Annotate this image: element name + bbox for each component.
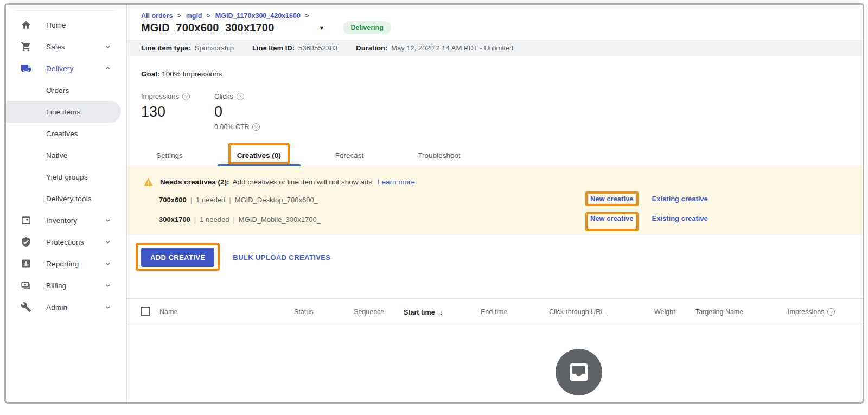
- sidebar-item-delivery[interactable]: Delivery: [6, 58, 126, 79]
- needs-creatives-banner: Needs creatives (2): Add creatives or li…: [127, 166, 863, 235]
- ctr-value: 0.00% CTR: [214, 123, 250, 131]
- new-creative-link[interactable]: New creative: [590, 214, 634, 222]
- sidebar-divider: [15, 10, 116, 11]
- page-title: MGID_700x600_300x1700: [141, 22, 275, 34]
- creative-size: 700x600: [159, 196, 187, 204]
- app-window: Home Sales Delivery Orders Line items: [4, 3, 864, 404]
- sidebar-item-protections[interactable]: Protections: [6, 231, 126, 253]
- tab-label: Settings: [156, 151, 183, 159]
- clicks-label: Clicks: [214, 92, 233, 100]
- tab-creatives[interactable]: Creatives (0): [237, 147, 281, 166]
- creatives-table: Name Status Sequence Start time↓ End tim…: [127, 298, 863, 402]
- breadcrumb-link-order[interactable]: mgid: [186, 12, 202, 20]
- line-item-meta-bar: Line item type:Sponsorship Line Item ID:…: [127, 40, 863, 56]
- clicks-value: 0: [214, 104, 288, 120]
- tab-troubleshoot[interactable]: Troubleshoot: [418, 147, 460, 166]
- select-all-checkbox[interactable]: [141, 307, 150, 316]
- sidebar-item-label: Orders: [46, 86, 69, 94]
- column-header-end-time[interactable]: End time: [481, 308, 507, 316]
- sidebar-item-sales[interactable]: Sales: [6, 36, 126, 58]
- sidebar-item-delivery-tools[interactable]: Delivery tools: [6, 188, 126, 209]
- column-header-targeting-name[interactable]: Targeting Name: [695, 308, 743, 316]
- sidebar-item-label: Billing: [46, 282, 66, 290]
- sidebar-item-yield-groups[interactable]: Yield groups: [6, 166, 126, 188]
- separator: |: [190, 196, 192, 204]
- sidebar-item-label: Reporting: [46, 260, 79, 268]
- separator: |: [194, 215, 196, 224]
- placeholder-name: MGID_Mobile_300x1700_: [239, 215, 321, 224]
- meta-value: 5368552303: [298, 44, 337, 52]
- tab-settings[interactable]: Settings: [156, 147, 183, 166]
- sidebar-item-inventory[interactable]: Inventory: [6, 209, 126, 231]
- tab-forecast[interactable]: Forecast: [335, 147, 364, 166]
- help-icon[interactable]: ?: [252, 123, 260, 131]
- chevron-down-icon: [104, 303, 112, 311]
- impressions-stat: Impressions? 130: [141, 92, 214, 131]
- sidebar-item-admin[interactable]: Admin: [6, 296, 126, 318]
- stats-row: Impressions? 130 Clicks? 0 0.00% CTR?: [141, 92, 863, 131]
- sort-descending-icon: ↓: [439, 308, 443, 316]
- sidebar-item-reporting[interactable]: Reporting: [6, 253, 126, 274]
- main-content: All orders > mgid > MGID_1170x300_420x16…: [127, 5, 863, 402]
- needed-count: 1 needed: [200, 215, 229, 224]
- placeholder-name: MGID_Desktop_700x600_: [235, 196, 318, 204]
- sidebar-item-label: Inventory: [46, 216, 77, 225]
- help-icon[interactable]: ?: [237, 93, 244, 100]
- breadcrumb-separator: >: [305, 12, 309, 20]
- sidebar-item-billing[interactable]: Billing: [6, 274, 126, 296]
- existing-creative-link[interactable]: Existing creative: [652, 214, 708, 222]
- separator: |: [229, 196, 231, 204]
- meta-label: Line Item ID:: [252, 44, 295, 52]
- chevron-down-icon: [104, 281, 112, 290]
- existing-creative-link[interactable]: Existing creative: [652, 195, 708, 203]
- banknote-icon: [20, 279, 32, 291]
- column-header-status[interactable]: Status: [294, 308, 313, 316]
- tab-bar: Settings Creatives (0) Forecast Troubles…: [156, 147, 863, 166]
- chevron-down-icon: [104, 216, 112, 225]
- column-header-click-through-url[interactable]: Click-through URL: [549, 308, 604, 316]
- banner-title: Needs creatives (2):: [160, 178, 229, 186]
- breadcrumb-link-line-item[interactable]: MGID_1170x300_420x1600: [215, 12, 301, 20]
- goal-text: Goal: 100% Impressions: [141, 70, 863, 78]
- shield-check-icon: [20, 236, 32, 248]
- active-tab-underline: [218, 164, 301, 166]
- goal-label: Goal:: [141, 70, 160, 78]
- column-header-weight[interactable]: Weight: [654, 308, 675, 316]
- breadcrumb: All orders > mgid > MGID_1170x300_420x16…: [141, 12, 863, 20]
- sidebar-item-line-items[interactable]: Line items: [6, 101, 121, 123]
- help-icon[interactable]: ?: [182, 93, 190, 100]
- home-icon: [20, 19, 32, 31]
- title-dropdown-caret-icon[interactable]: ▼: [319, 24, 325, 31]
- column-header-impressions[interactable]: Impressions?: [788, 308, 835, 316]
- chevron-up-icon: [104, 64, 112, 73]
- new-creative-link[interactable]: New creative: [590, 195, 634, 203]
- sidebar-item-native[interactable]: Native: [6, 144, 126, 166]
- meta-value: May 12, 2020 2:14 AM PDT - Unlimited: [391, 44, 513, 52]
- goal-value: 100% Impressions: [162, 70, 222, 78]
- table-header-row: Name Status Sequence Start time↓ End tim…: [127, 299, 863, 325]
- meta-line-item-type: Line item type:Sponsorship: [141, 44, 234, 52]
- column-header-sequence[interactable]: Sequence: [354, 308, 384, 316]
- breadcrumb-separator: >: [177, 12, 181, 20]
- learn-more-link[interactable]: Learn more: [378, 178, 415, 186]
- banner-message: Add creatives or line item will not show…: [233, 178, 372, 186]
- chevron-down-icon: [104, 238, 112, 246]
- needed-count: 1 needed: [196, 196, 225, 204]
- separator: |: [233, 215, 234, 224]
- clicks-stat: Clicks? 0 0.00% CTR?: [214, 92, 288, 131]
- sidebar-item-orders[interactable]: Orders: [6, 79, 126, 101]
- chevron-down-icon: [104, 42, 112, 51]
- add-creative-button[interactable]: ADD CREATIVE: [141, 248, 214, 267]
- sidebar-item-creatives[interactable]: Creatives: [6, 123, 126, 144]
- sidebar-item-home[interactable]: Home: [6, 14, 126, 36]
- breadcrumb-link-all-orders[interactable]: All orders: [141, 12, 173, 20]
- column-header-name[interactable]: Name: [159, 308, 177, 316]
- column-header-start-time[interactable]: Start time↓: [404, 308, 443, 316]
- sidebar-item-label: Delivery: [46, 65, 73, 73]
- impressions-label: Impressions: [141, 92, 179, 100]
- sidebar-item-label: Admin: [46, 303, 67, 311]
- help-icon[interactable]: ?: [827, 308, 835, 316]
- chevron-down-icon: [104, 259, 112, 268]
- sidebar-item-label: Yield groups: [46, 173, 88, 181]
- bulk-upload-creatives-link[interactable]: BULK UPLOAD CREATIVES: [233, 253, 330, 261]
